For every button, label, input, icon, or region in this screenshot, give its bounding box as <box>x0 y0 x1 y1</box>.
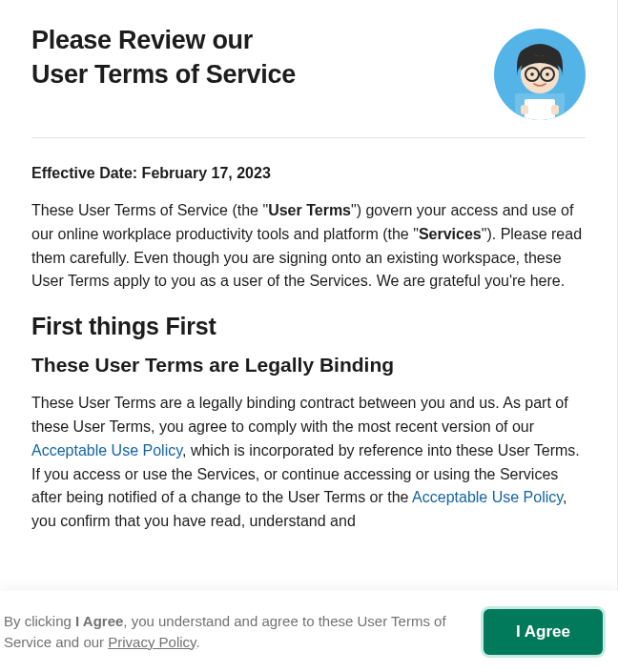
divider <box>31 137 586 138</box>
svg-rect-11 <box>551 105 559 114</box>
agree-button[interactable]: I Agree <box>484 609 603 655</box>
terms-content: Please Review our User Terms of Service <box>0 0 618 591</box>
intro-paragraph: These User Terms of Service (the "User T… <box>31 199 586 294</box>
header-row: Please Review our User Terms of Service <box>31 23 586 120</box>
svg-rect-10 <box>521 105 528 114</box>
binding-paragraph: These User Terms are a legally binding c… <box>31 392 586 534</box>
privacy-policy-link[interactable]: Privacy Policy <box>108 634 196 650</box>
page-title: Please Review our User Terms of Service <box>31 23 296 92</box>
title-line-2: User Terms of Service <box>31 60 296 89</box>
footer-bar: By clicking I Agree, you understand and … <box>0 590 618 672</box>
effective-date: Effective Date: February 17, 2023 <box>31 165 586 182</box>
section-subheading: These User Terms are Legally Binding <box>31 354 586 377</box>
svg-rect-9 <box>525 99 555 120</box>
section-heading: First things First <box>31 313 586 340</box>
footer-text: By clicking I Agree, you understand and … <box>4 611 472 653</box>
acceptable-use-link-1[interactable]: Acceptable Use Policy <box>31 442 182 458</box>
title-line-1: Please Review our <box>31 26 253 54</box>
effective-label: Effective Date: <box>31 165 137 181</box>
acceptable-use-link-2[interactable]: Acceptable Use Policy <box>412 489 563 505</box>
svg-point-6 <box>530 72 534 76</box>
effective-value: February 17, 2023 <box>142 165 271 181</box>
avatar-illustration <box>494 29 586 120</box>
svg-point-7 <box>546 72 549 76</box>
